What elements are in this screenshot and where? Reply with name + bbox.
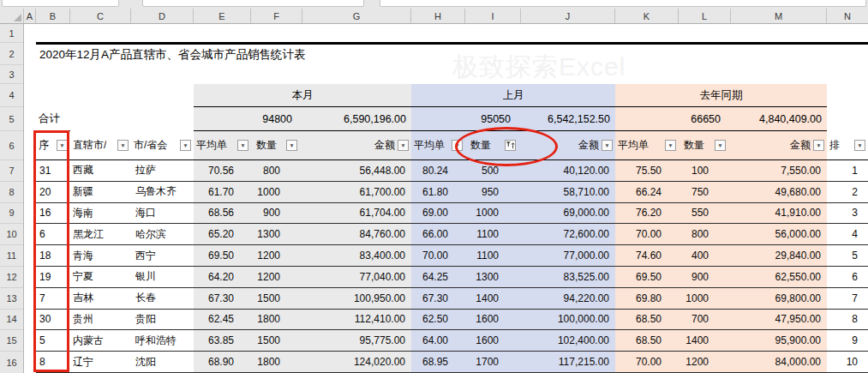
filter-button-province[interactable]: ▼ [117, 140, 129, 151]
cell-lm-avg-price[interactable]: 70.00 [411, 245, 465, 266]
cell-rank[interactable]: 3 [827, 203, 868, 224]
cell-province[interactable]: 新疆 [70, 182, 131, 202]
cell-tm-avg-price[interactable]: 64.20 [194, 267, 251, 287]
cell-lm-amount[interactable]: 83,525.00 [521, 267, 615, 287]
cell-ly-amount[interactable]: 7,550.00 [731, 160, 827, 181]
title-cell[interactable]: 2020年12月A产品直辖市、省会城市产品销售统计表 [39, 47, 306, 63]
cell-lm-amount[interactable]: 102,400.00 [521, 330, 615, 351]
cell-province[interactable]: 贵州 [70, 310, 131, 330]
row-header-4[interactable]: 4 [0, 84, 23, 107]
cell-province[interactable]: 内蒙古 [70, 330, 131, 351]
cell-lm-amount[interactable]: 117,215.00 [521, 352, 615, 372]
cell-tm-avg-price[interactable]: 65.20 [194, 224, 251, 244]
cell-ly-amount[interactable]: 56,000.00 [731, 224, 827, 244]
cell-tm-qty[interactable]: 1800 [251, 352, 302, 372]
col-header-B[interactable]: B [36, 9, 70, 23]
cell-tm-qty[interactable]: 1200 [251, 245, 302, 266]
cell-ly-avg-price[interactable]: 74.60 [615, 245, 679, 266]
cell-lm-avg-price[interactable]: 64.00 [411, 330, 465, 351]
col-header-J[interactable]: J [521, 9, 615, 23]
cell-ly-qty[interactable]: 1000 [679, 288, 731, 309]
row-header-16[interactable]: 16 [0, 352, 23, 373]
cell-tm-avg-price[interactable]: 62.45 [194, 310, 251, 330]
cell-tm-amount[interactable]: 61,704.00 [302, 203, 411, 224]
cell-rank[interactable]: 10 [827, 352, 868, 372]
row-header-1[interactable]: 1 [0, 24, 23, 43]
formula-bar-input[interactable] [380, 0, 866, 7]
row-header-7[interactable]: 7 [0, 160, 23, 182]
cell-city[interactable]: 银川 [131, 267, 194, 287]
cell-seq[interactable]: 18 [36, 245, 70, 266]
cell-city[interactable]: 呼和浩特 [131, 330, 194, 351]
cell-tm-qty[interactable]: 1500 [251, 330, 302, 351]
cell-lm-qty[interactable]: 1400 [465, 288, 521, 309]
cell-tm-avg-price[interactable]: 63.85 [194, 330, 251, 351]
cell-city[interactable]: 贵阳 [131, 310, 194, 330]
filter-button-rank[interactable]: ▼ [854, 140, 865, 151]
filter-button-ly-amount[interactable]: ▼ [813, 140, 824, 151]
cell-ly-qty[interactable]: 400 [679, 245, 731, 266]
cell-tm-avg-price[interactable]: 68.56 [194, 203, 251, 224]
cell-ly-amount[interactable]: 69,800.00 [731, 288, 827, 309]
cell-tm-amount[interactable]: 112,410.00 [302, 310, 411, 330]
cell-ly-qty[interactable]: 1400 [679, 330, 731, 351]
cell-province[interactable]: 宁夏 [70, 267, 131, 287]
formula-bar-left[interactable] [142, 0, 364, 7]
cell-lm-amount[interactable]: 58,710.00 [521, 182, 615, 202]
filter-button-tm-avg-price[interactable]: ▼ [237, 140, 248, 151]
cell-seq[interactable]: 5 [36, 330, 70, 351]
cell-lm-qty[interactable]: 1300 [465, 267, 521, 287]
cell-ly-qty[interactable]: 900 [679, 267, 731, 287]
row-header-6[interactable]: 6 [0, 131, 23, 160]
cell-ly-amount[interactable]: 41,910.00 [731, 203, 827, 224]
row-header-9[interactable]: 9 [0, 203, 23, 225]
cell-seq[interactable]: 6 [36, 224, 70, 244]
cell-city[interactable]: 海口 [131, 203, 194, 224]
cell-lm-amount[interactable]: 100,000.00 [521, 310, 615, 330]
row-header-3[interactable]: 3 [0, 65, 23, 84]
cell-ly-avg-price[interactable]: 69.50 [615, 267, 679, 287]
cell-tm-qty[interactable]: 900 [251, 203, 302, 224]
col-header-H[interactable]: H [411, 9, 465, 23]
cell-tm-amount[interactable]: 56,448.00 [302, 160, 411, 181]
cell-rank[interactable]: 6 [827, 267, 868, 287]
cell-province[interactable]: 辽宁 [70, 352, 131, 372]
cell-lm-avg-price[interactable]: 67.30 [411, 288, 465, 309]
cell-province[interactable]: 吉林 [70, 288, 131, 309]
col-header-A[interactable]: A [24, 9, 36, 23]
cell-tm-avg-price[interactable]: 67.30 [194, 288, 251, 309]
filter-button-tm-amount[interactable]: ▼ [398, 140, 409, 151]
row-header-10[interactable]: 10 [0, 224, 23, 245]
cell-ly-avg-price[interactable]: 69.80 [615, 288, 679, 309]
col-header-K[interactable]: K [615, 9, 679, 23]
filter-button-lm-avg-price[interactable]: ▼ [452, 140, 463, 151]
col-header-F[interactable]: F [251, 9, 302, 23]
cell-seq[interactable]: 20 [36, 182, 70, 202]
filter-button-seq[interactable]: ▼ [57, 140, 68, 151]
cell-lm-qty[interactable]: 1600 [465, 310, 521, 330]
row-header-15[interactable]: 15 [0, 330, 23, 352]
cell-ly-avg-price[interactable]: 68.50 [615, 330, 679, 351]
cell-seq[interactable]: 8 [36, 352, 70, 372]
cell-rank[interactable]: 4 [827, 224, 868, 244]
cell-ly-amount[interactable]: 62,550.00 [731, 267, 827, 287]
cell-tm-qty[interactable]: 1200 [251, 267, 302, 287]
cell-tm-qty[interactable]: 1800 [251, 310, 302, 330]
col-header-E[interactable]: E [194, 9, 251, 23]
filter-button-tm-qty[interactable]: ▼ [286, 140, 297, 151]
cell-lm-amount[interactable]: 77,000.00 [521, 245, 615, 266]
cell-lm-amount[interactable]: 69,000.00 [521, 203, 615, 224]
total-last-year-amount[interactable]: 4,840,409.00 [731, 107, 827, 131]
cell-tm-qty[interactable]: 1000 [251, 182, 302, 202]
cell-lm-avg-price[interactable]: 68.95 [411, 352, 465, 372]
cell-lm-qty[interactable]: 950 [465, 182, 521, 202]
cell-seq[interactable]: 16 [36, 203, 70, 224]
cell-ly-amount[interactable]: 47,950.00 [731, 310, 827, 330]
row-header-13[interactable]: 13 [0, 288, 23, 310]
cell-city[interactable]: 哈尔滨 [131, 224, 194, 244]
cell-lm-avg-price[interactable]: 69.00 [411, 203, 465, 224]
cell-tm-amount[interactable]: 83,400.00 [302, 245, 411, 266]
section-label-last-month[interactable]: 上月 [411, 84, 615, 107]
cell-city[interactable]: 沈阳 [131, 352, 194, 372]
total-last-month-amount[interactable]: 6,542,152.50 [521, 107, 615, 131]
